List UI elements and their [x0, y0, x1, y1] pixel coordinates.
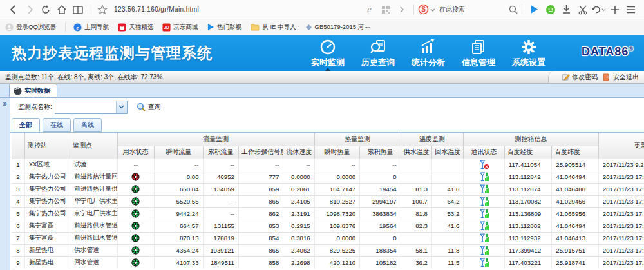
bookmark-ie-import[interactable]: 从 IE 中导入: [251, 23, 296, 32]
screenshot-scissors-icon[interactable]: [574, 1, 591, 17]
water-status-on-icon: [122, 258, 150, 267]
table-row[interactable]: 7集宁富磊前进路回水管道870.131788198540.38160.00000…: [12, 232, 644, 244]
change-password-button[interactable]: 修改密码: [562, 73, 598, 82]
bookmark-tmall[interactable]: 天猫精选: [118, 23, 153, 32]
col-updated[interactable]: 更新时间: [598, 133, 644, 159]
ie-mode-icon[interactable]: e: [361, 1, 377, 17]
monitor-point-combobox[interactable]: [55, 101, 128, 114]
tab-strip: 实时数据: [0, 84, 644, 98]
wechat-icon[interactable]: [542, 1, 558, 17]
comm-online-icon: [468, 172, 500, 182]
col-heat-total[interactable]: 累积热量: [360, 146, 401, 159]
bookmark-qq-login[interactable]: 登录QQ浏览器: [5, 23, 56, 32]
search-placeholder[interactable]: 在此搜索: [439, 5, 465, 14]
toolbar-separator: [413, 5, 414, 15]
subtab-offline[interactable]: 离线: [73, 118, 102, 132]
back-icon[interactable]: [5, 1, 21, 17]
nav-realtime-monitor[interactable]: 实时监测: [303, 35, 353, 71]
col-latitude[interactable]: 百度纬度: [552, 146, 599, 159]
col-water-status[interactable]: 用水状态: [117, 146, 154, 159]
new-tab-plus-icon[interactable]: [607, 1, 623, 17]
bookmark-nav[interactable]: e 上网导航: [73, 23, 109, 32]
e-nav-icon: e: [73, 23, 82, 32]
forward-icon[interactable]: [21, 1, 37, 17]
logout-button[interactable]: 安全退出: [603, 73, 639, 82]
group-flow: 流量监测: [117, 133, 314, 146]
col-temp-return[interactable]: 回水温度: [432, 146, 464, 159]
col-heat-instant[interactable]: 瞬时热量: [314, 146, 359, 159]
gear-icon: [520, 39, 537, 55]
combobox-dropdown-button[interactable]: [116, 101, 127, 113]
search-box[interactable]: S 在此搜索: [418, 4, 518, 15]
svg-text:S: S: [421, 6, 426, 13]
col-station[interactable]: 测控站: [24, 133, 70, 159]
sidebar-collapse-strip[interactable]: »: [0, 98, 10, 270]
table-row[interactable]: 3集宁热力公司前进路热计量供650.841340598590.2861104.7…: [12, 183, 644, 195]
group-box-info: 测控箱信息: [464, 133, 598, 146]
download-icon[interactable]: [558, 1, 574, 17]
monitor-summary: 监测点总数: 11个, 在线: 8个, 离线: 3个, 在线率: 72.73%: [5, 73, 162, 82]
expand-icons-icon[interactable]: [393, 1, 410, 17]
combobox-value[interactable]: [55, 101, 116, 113]
exit-icon: [603, 73, 611, 81]
status-bar: 监测点总数: 11个, 在线: 8个, 离线: 3个, 在线率: 72.73% …: [0, 71, 644, 84]
col-longitude[interactable]: 百度经度: [504, 146, 552, 159]
menu-icon[interactable]: [623, 1, 639, 17]
main-nav: 实时监测 历史查询 统计分析 信息管理 系统设置: [303, 35, 554, 71]
group-temperature: 温度监测: [401, 133, 464, 146]
col-flow-total[interactable]: 累积流量: [203, 146, 238, 159]
main-panel: 监测点名称: 查询 全部 在线 离线: [10, 98, 644, 270]
toolbar-separator: [90, 5, 90, 15]
tmall-cat-icon: [118, 23, 126, 32]
toolbar-separator: [522, 5, 522, 15]
table-row[interactable]: 6集宁富磊前进路供水管道664.571311558530.2915109.837…: [12, 220, 644, 232]
nav-history-query[interactable]: 历史查询: [353, 35, 403, 71]
qrcode-icon[interactable]: [377, 1, 393, 17]
nav-system-settings[interactable]: 系统设置: [504, 35, 554, 71]
col-comm-status[interactable]: 通讯状态: [464, 146, 504, 159]
comm-online-icon: [468, 197, 500, 206]
col-point[interactable]: 监测点: [70, 133, 118, 159]
url-text[interactable]: 123.56.71.160/gr/Main.html: [114, 6, 199, 13]
nav-statistics[interactable]: 统计分析: [403, 35, 453, 71]
video-icon[interactable]: [526, 1, 542, 17]
reading-mode-icon[interactable]: [70, 1, 86, 17]
bookmark-jd[interactable]: JD 京东商城: [162, 23, 198, 32]
favorite-star-icon[interactable]: [94, 1, 110, 17]
refresh-icon[interactable]: [37, 1, 53, 17]
table-row[interactable]: 5集宁热力公司京宁电厂供水主9442.24--8622.31911098.732…: [12, 207, 644, 220]
water-status-on-icon: [122, 209, 150, 218]
app-title: 热力抄表远程监测与管理系统: [12, 43, 213, 63]
table-row[interactable]: 2集宁热力公司前进路热计量回0.00469527770.00000.000001…: [12, 171, 644, 183]
col-signal-quality[interactable]: 工作步骤信号质量: [238, 146, 283, 159]
query-label: 监测点名称:: [18, 102, 52, 111]
gauge-icon: [319, 39, 336, 55]
home-icon[interactable]: [53, 1, 70, 17]
comm-online-icon: [468, 246, 500, 255]
comm-online-icon: [468, 258, 500, 267]
col-temp-supply[interactable]: 供水温度: [401, 146, 431, 159]
comm-online-icon: [468, 209, 500, 218]
data-grid: 测控站 监测点 流量监测 热量监测 温度监测 测控箱信息 更新时间 用水状态 瞬…: [10, 133, 644, 269]
app-header: 热力抄表远程监测与管理系统 实时监测 历史查询 统计分析 信息管理 系统设置 D…: [0, 35, 644, 71]
subtab-all[interactable]: 全部: [12, 118, 40, 132]
nav-info-management[interactable]: 信息管理: [453, 35, 504, 71]
bookmarks-bar: 登录QQ浏览器 e 上网导航 天猫精选 JD 京东商城 热门影视 从 IE 中导…: [0, 19, 644, 35]
col-velocity[interactable]: 流体速度: [283, 146, 314, 159]
col-flow-instant[interactable]: 瞬时流量: [155, 146, 204, 159]
tab-realtime-data[interactable]: 实时数据: [9, 84, 57, 97]
grid-header-group-row: 测控站 监测点 流量监测 热量监测 温度监测 测控箱信息 更新时间: [12, 133, 644, 146]
query-search-button[interactable]: 查询: [137, 102, 161, 111]
table-row[interactable]: 9新星热电回水管道4107.3318495118582.2698420.1210…: [12, 256, 644, 269]
subtab-online[interactable]: 在线: [43, 118, 71, 132]
expand-chevrons-icon[interactable]: »: [0, 98, 10, 110]
chevron-down-icon: [118, 105, 124, 109]
table-row[interactable]: 1XX区域试验--------------117.41105425.905514…: [12, 159, 644, 171]
table-row[interactable]: 4集宁热力公司华宁电厂供水主5520.55--8652.4105810.2527…: [12, 195, 644, 207]
bookmark-video[interactable]: 热门影视: [207, 23, 242, 32]
table-row[interactable]: 8新星热电供水管道4354.2419391218652.4062829.5225…: [12, 244, 644, 256]
documents-icon: [470, 39, 487, 55]
bookmark-gb-doc[interactable]: GB50179-2015 河···: [305, 23, 370, 32]
history-search-icon: [370, 39, 386, 55]
restore-tab-icon[interactable]: [591, 1, 607, 17]
